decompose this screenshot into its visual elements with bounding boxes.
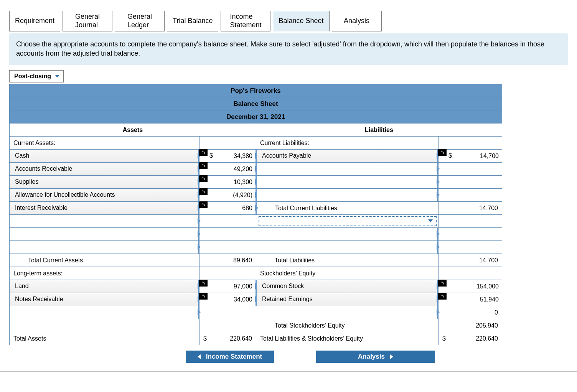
liability-dropdown[interactable] [256, 175, 439, 188]
asset-dropdown[interactable] [10, 214, 199, 227]
asset-value-input[interactable] [199, 227, 256, 240]
tab-balance-sheet[interactable]: Balance Sheet [273, 11, 329, 31]
asset-value-input[interactable] [199, 306, 256, 319]
asset-dropdown[interactable]: Allowance for Uncollectible Accounts [10, 188, 199, 201]
trial-balance-type-select[interactable]: Post-closing [9, 70, 64, 82]
liability-value-input[interactable] [439, 227, 502, 240]
instructions-bar: Choose the appropriate accounts to compl… [9, 33, 568, 65]
liability-dropdown[interactable] [256, 227, 439, 240]
liability-value-input[interactable] [439, 214, 502, 227]
asset-value-input[interactable]: 97,000 [199, 280, 256, 293]
asset-dropdown[interactable]: Notes Receivable [10, 293, 199, 306]
asset-dropdown[interactable] [10, 240, 199, 254]
tab-requirement[interactable]: Requirement [9, 11, 60, 31]
next-button[interactable]: Analysis [316, 351, 435, 363]
total-assets-value: 220,640 [230, 335, 252, 342]
equity-value: 51,940 [439, 296, 499, 303]
equity-value-input[interactable]: 154,000 [439, 280, 502, 293]
asset-dropdown[interactable]: Supplies [10, 175, 199, 188]
equity-label: Retained Earnings [262, 296, 313, 303]
chevron-down-icon [55, 75, 59, 77]
company-name: Pop's Fireworks [10, 84, 502, 97]
asset-dropdown[interactable]: Accounts Receivable [10, 162, 199, 175]
liability-dropdown-active[interactable] [256, 214, 439, 227]
equity-value: 154,000 [439, 283, 499, 290]
tab-strip: Requirement GeneralJournal GeneralLedger… [9, 11, 568, 31]
next-button-label: Analysis [358, 353, 385, 361]
liability-value-input[interactable] [439, 162, 502, 175]
undo-icon[interactable] [199, 162, 208, 169]
asset-dropdown[interactable] [10, 227, 199, 240]
asset-value-input[interactable]: (4,920) [199, 188, 256, 201]
equity-value[interactable]: 0 [439, 306, 502, 319]
liability-dropdown[interactable]: Accounts Payable [256, 149, 439, 162]
total-liab-se-value: 220,640 [476, 335, 498, 342]
chevron-right-icon [390, 354, 393, 359]
asset-value-input[interactable] [199, 214, 256, 227]
dollar-sign: $ [203, 335, 207, 342]
equity-dropdown[interactable] [256, 306, 439, 319]
asset-value-input[interactable]: 34,000 [199, 293, 256, 306]
total-current-assets-label: Total Current Assets [10, 254, 199, 267]
asset-dropdown[interactable]: Cash [10, 149, 199, 162]
current-liabilities-label: Current Liabilities: [256, 136, 439, 149]
liability-dropdown[interactable] [256, 188, 439, 201]
asset-label: Land [15, 283, 29, 290]
liability-value-input[interactable]: $ 14,700 [439, 149, 502, 162]
stockholders-equity-label: Stockholders’ Equity [256, 267, 439, 280]
tab-income-statement[interactable]: IncomeStatement [221, 11, 270, 31]
chevron-left-icon [198, 354, 201, 359]
equity-value-input[interactable]: 51,940 [439, 293, 502, 306]
asset-dropdown[interactable]: Interest Receivable [10, 201, 199, 214]
longterm-assets-label: Long-term assets: [10, 267, 199, 280]
undo-icon[interactable] [199, 280, 208, 287]
asset-value-input[interactable]: 680 [199, 201, 256, 214]
undo-icon[interactable] [199, 149, 208, 156]
undo-icon[interactable] [199, 188, 208, 195]
prev-button-label: Income Statement [206, 353, 262, 361]
chevron-down-icon [428, 219, 433, 222]
liability-label: Accounts Payable [262, 152, 311, 159]
total-stockholders-equity-value: 205,940 [439, 319, 502, 332]
equity-dropdown[interactable]: Retained Earnings [256, 293, 439, 306]
liabilities-heading: Liabilities [256, 123, 502, 136]
asset-dropdown[interactable] [10, 306, 199, 319]
tab-general-ledger[interactable]: GeneralLedger [115, 11, 165, 31]
asset-label: Supplies [15, 178, 38, 185]
prev-button[interactable]: Income Statement [186, 351, 274, 363]
liability-value-input[interactable] [439, 188, 502, 201]
tab-analysis[interactable]: Analysis [332, 11, 382, 31]
liability-dropdown[interactable] [256, 162, 439, 175]
asset-value-input[interactable]: 10,300 [199, 175, 256, 188]
tab-general-journal[interactable]: GeneralJournal [63, 11, 112, 31]
undo-icon[interactable] [438, 280, 447, 287]
liability-dropdown[interactable] [256, 240, 439, 254]
tab-trial-balance[interactable]: Trial Balance [167, 11, 218, 31]
total-stockholders-equity-label: Total Stockholders’ Equity [256, 319, 439, 332]
total-liab-se-value-cell: $ 220,640 [439, 332, 502, 345]
asset-value-input[interactable] [199, 240, 256, 254]
liability-value-input[interactable] [439, 175, 502, 188]
undo-icon[interactable] [199, 201, 208, 208]
asset-label: Interest Receivable [15, 204, 68, 211]
asset-value-input[interactable]: $ 34,380 [199, 149, 256, 162]
undo-icon[interactable] [199, 293, 208, 300]
bottom-nav: Income Statement Analysis [186, 351, 568, 363]
statement-title: Balance Sheet [10, 97, 502, 110]
undo-icon[interactable] [199, 175, 208, 182]
total-liabilities-value: 14,700 [439, 254, 502, 267]
blank-cell [199, 267, 256, 280]
blank-cell [199, 136, 256, 149]
dollar-sign: $ [442, 335, 446, 342]
equity-label: Common Stock [262, 283, 304, 290]
total-liab-se-label: Total Liabilities & Stockholders’ Equity [256, 332, 439, 345]
liability-value-input[interactable] [439, 240, 502, 254]
undo-icon[interactable] [438, 293, 447, 300]
blank-cell [10, 319, 199, 332]
undo-icon[interactable] [438, 149, 447, 156]
equity-dropdown[interactable]: Common Stock [256, 280, 439, 293]
asset-dropdown[interactable]: Land [10, 280, 199, 293]
liability-value: 14,700 [439, 153, 499, 160]
asset-value-input[interactable]: 49,200 [199, 162, 256, 175]
blank-cell [199, 319, 256, 332]
